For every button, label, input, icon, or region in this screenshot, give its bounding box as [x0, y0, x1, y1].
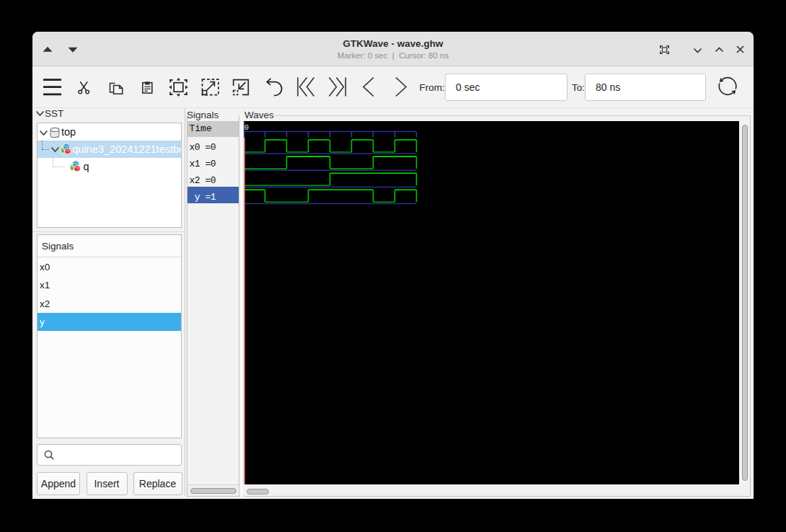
svg-text:0: 0 — [244, 123, 250, 132]
